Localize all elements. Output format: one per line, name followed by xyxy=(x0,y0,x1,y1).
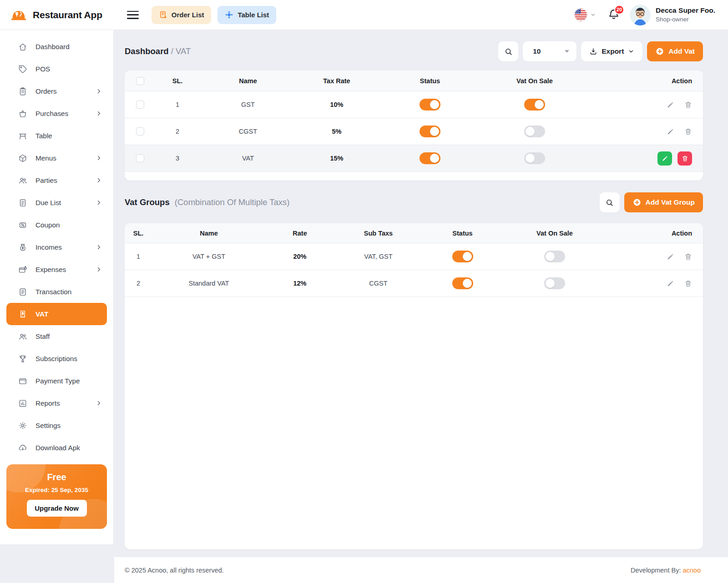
sidebar-item-label: Due List xyxy=(35,199,61,207)
sidebar-item-staff[interactable]: Staff xyxy=(6,325,107,347)
sidebar-item-settings[interactable]: Settings xyxy=(6,414,107,437)
delete-icon xyxy=(682,155,688,162)
sidebar-item-payment-type[interactable]: Payment Type xyxy=(6,370,107,392)
vat-groups-header: Vat Groups (Combination Of Multiple Taxs… xyxy=(125,192,703,212)
sidebar-item-purchases[interactable]: Purchases xyxy=(6,102,107,125)
plan-title: Free xyxy=(6,472,107,482)
vat-on-sale-cell xyxy=(478,99,592,111)
export-button[interactable]: Export xyxy=(581,41,642,61)
edit-icon[interactable] xyxy=(667,128,674,136)
language-selector[interactable] xyxy=(574,8,596,21)
row-checkbox[interactable] xyxy=(136,127,144,136)
upgrade-now-button[interactable]: Upgrade Now xyxy=(27,500,87,517)
delete-icon[interactable] xyxy=(684,280,692,287)
breadcrumb-current: VAT xyxy=(176,46,191,56)
vat-group-row-vat-gst: 1VAT + GST20%VAT, GST xyxy=(125,243,703,270)
sidebar-item-label: Menus xyxy=(35,154,56,162)
vat-icon xyxy=(18,310,27,319)
select-all-checkbox[interactable] xyxy=(136,77,144,85)
vat-tax-rate: 10% xyxy=(291,101,382,108)
users-icon xyxy=(18,332,27,341)
delete-icon[interactable] xyxy=(684,128,692,136)
sidebar-item-reports[interactable]: Reports xyxy=(6,392,107,414)
sidebar-item-coupon[interactable]: Coupon xyxy=(6,214,107,236)
edit-icon[interactable] xyxy=(667,280,674,287)
sidebar-item-orders[interactable]: Orders xyxy=(6,80,107,102)
sidebar-item-transaction[interactable]: Transaction xyxy=(6,281,107,303)
order-list-button[interactable]: Order List xyxy=(152,6,212,24)
download-icon xyxy=(589,47,597,55)
add-vat-button[interactable]: Add Vat xyxy=(647,41,703,61)
vat-actions xyxy=(592,101,703,109)
delete-icon[interactable] xyxy=(684,101,692,109)
vat-on-sale-toggle[interactable] xyxy=(524,126,545,137)
sidebar-item-incomes[interactable]: Incomes xyxy=(6,236,107,258)
search-button[interactable] xyxy=(498,41,518,61)
sidebar-item-label: Staff xyxy=(35,332,50,341)
status-toggle[interactable] xyxy=(452,277,473,289)
vg-actions xyxy=(607,253,703,261)
sidebar-item-due-list[interactable]: Due List xyxy=(6,191,107,214)
vat-on-sale-toggle[interactable] xyxy=(544,277,565,289)
user-avatar[interactable] xyxy=(630,5,651,25)
vat-sl: 1 xyxy=(150,101,205,108)
cloud-icon xyxy=(18,443,27,452)
row-checkbox[interactable] xyxy=(136,154,144,162)
sidebar-item-label: Expenses xyxy=(35,266,66,274)
sidebar-item-table[interactable]: Table xyxy=(6,125,107,147)
sidebar-item-menus[interactable]: Menus xyxy=(6,147,107,169)
vg-name: Standard VAT xyxy=(152,280,266,287)
vg-name: VAT + GST xyxy=(152,253,266,260)
vg-sub-taxs: CGST xyxy=(334,280,423,287)
sidebar-item-dashboard[interactable]: Dashboard xyxy=(6,35,107,58)
status-toggle[interactable] xyxy=(420,99,440,111)
vat-status-cell xyxy=(382,99,478,111)
vg-sub-taxs: VAT, GST xyxy=(334,253,423,260)
table-list-button[interactable]: Table List xyxy=(217,6,276,24)
vat-on-sale-toggle[interactable] xyxy=(524,152,545,164)
app-logo[interactable]: Restaurant App xyxy=(9,7,102,23)
vat-groups-header-row: SL. Name Rate Sub Taxs Status Vat On Sal… xyxy=(125,223,703,243)
edit-icon[interactable] xyxy=(667,253,674,261)
sidebar-item-subscriptions[interactable]: Subscriptions xyxy=(6,347,107,370)
vat-sl: 2 xyxy=(150,128,205,135)
notifications-button[interactable]: 20 xyxy=(608,8,620,22)
status-toggle[interactable] xyxy=(420,126,440,137)
delete-button[interactable] xyxy=(677,151,692,166)
vat-on-sale-cell xyxy=(478,152,592,164)
search-icon xyxy=(504,47,513,56)
page-size-select[interactable]: 10 xyxy=(523,41,576,61)
vat-status-cell xyxy=(382,126,478,137)
edit-button[interactable] xyxy=(657,151,672,166)
status-toggle[interactable] xyxy=(420,152,440,164)
development-by: Development By: acnoo xyxy=(631,567,701,574)
developer-link[interactable]: acnoo xyxy=(682,567,701,574)
vat-actions xyxy=(592,151,703,166)
breadcrumb-section[interactable]: Dashboard xyxy=(125,46,169,56)
row-checkbox[interactable] xyxy=(136,101,144,109)
vat-col-vat-on-sale: Vat On Sale xyxy=(478,77,592,85)
sidebar-item-download-apk[interactable]: Download Apk xyxy=(6,437,107,459)
sidebar-item-vat[interactable]: VAT xyxy=(6,303,107,325)
vat-col-sl: SL. xyxy=(150,77,205,85)
status-toggle[interactable] xyxy=(452,251,473,262)
chevron-right-icon xyxy=(96,266,102,273)
user-info[interactable]: Decca Super Foo. Shop-owner xyxy=(656,6,715,23)
top-bar: Restaurant App Order List Table List xyxy=(0,0,728,30)
delete-icon[interactable] xyxy=(684,253,692,261)
edit-icon[interactable] xyxy=(667,101,674,109)
sidebar-item-expenses[interactable]: Expenses xyxy=(6,258,107,281)
vat-on-sale-toggle[interactable] xyxy=(544,251,565,262)
sidebar-item-pos[interactable]: POS xyxy=(6,58,107,80)
vat-on-sale-toggle[interactable] xyxy=(524,99,545,111)
vat-groups-search-button[interactable] xyxy=(600,192,620,212)
vat-actions xyxy=(592,128,703,136)
sidebar-item-parties[interactable]: Parties xyxy=(6,169,107,191)
add-vat-group-button[interactable]: Add Vat Group xyxy=(624,192,703,212)
table-list-icon xyxy=(225,10,233,19)
trophy-icon xyxy=(18,354,27,363)
chevron-right-icon xyxy=(96,199,102,206)
user-name: Decca Super Foo. xyxy=(656,6,715,15)
app-title: Restaurant App xyxy=(33,10,102,20)
sidebar-toggle-button[interactable] xyxy=(127,10,140,20)
